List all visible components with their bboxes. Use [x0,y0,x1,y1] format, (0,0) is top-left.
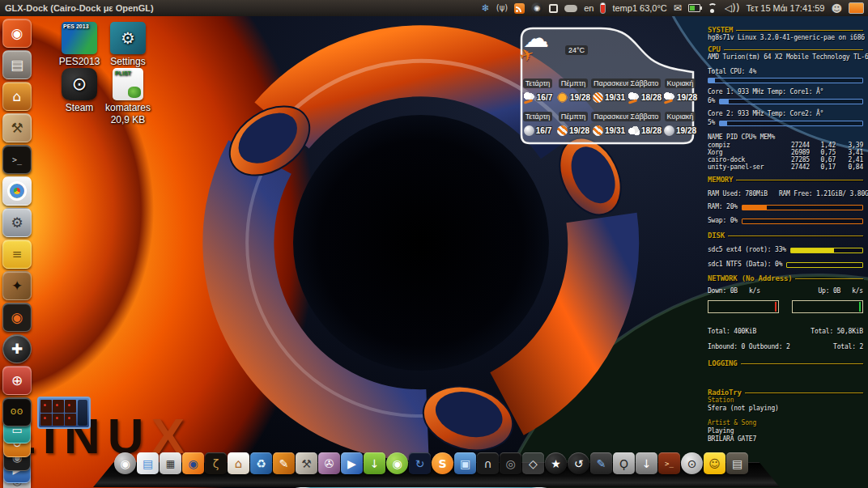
tools-icon[interactable]: ⚒ [2,113,32,142]
chrome-browser-icon[interactable] [2,176,32,206]
desktop-icon-settings[interactable]: ⚙ Settings [103,22,153,67]
top-panel: GLX-Dock (Cairo-Dock με OpenGL) ❄ (ψ) ◉ … [0,0,868,16]
skype-icon[interactable]: S [432,452,453,474]
headphones-icon[interactable]: ∩ [477,452,499,474]
desktop-icon-komatares[interactable]: PLIST komatares 20,9 KB [103,68,153,125]
home-folder-icon[interactable]: ⌂ [228,452,249,474]
rss-icon[interactable] [514,3,525,14]
image-editor-icon[interactable]: ✎ [590,452,612,474]
session-swirl-icon[interactable]: ↺ [568,452,589,474]
volume-icon[interactable]: ◁)) [725,3,740,13]
workspace-switcher-icon[interactable] [549,4,558,13]
forecast-cell: Τετάρτη 16/7 [520,74,555,103]
software-store-icon[interactable]: ⌂ [2,82,32,111]
ram-summary: RAM Used: 780MiBRAM Free: 1.21GiB/ 3.80G… [708,190,863,198]
forecast-day-row: Τετάρτη 16/7 Πέμπτη 19/28 Παρασκευή 19/3… [520,74,698,103]
desktop-icon-label: PES2013 [54,56,104,67]
window-title: GLX-Dock (Cairo-Dock με OpenGL) [5,3,154,13]
plist-file-icon: PLIST [113,68,143,100]
files-folder-icon[interactable]: ▤ [2,50,32,79]
cairo-menu-icon[interactable]: ◉ [114,452,136,474]
disk-header: DISK [708,231,863,240]
forecast-night-row: Τετάρτη 16/7 Πέμπτη 19/28 Παρασκευή 19/3… [520,108,698,136]
desktop-icon-steam[interactable]: ⊙ Steam [54,68,104,113]
toolbox-icon[interactable]: ⚒ [296,452,317,474]
system-tray: ❄ (ψ) ◉ en temp1 63,0°C ✉ ◁)) Τετ 15 Μάι… [482,2,868,14]
forecast-cell: Πέμπτη 19/28 [555,108,591,136]
logging-header: LOGGING [708,359,863,367]
terminal-icon[interactable]: >_ [2,145,32,174]
network-switch-thumbnail[interactable] [37,397,91,429]
battery-icon[interactable] [688,4,700,12]
system-info: hg8s71v Linux 3.2.0-41-generic-pae on i6… [708,34,863,42]
calculator-icon[interactable]: ▦ [160,452,181,474]
keyboard-layout-label[interactable]: en [584,3,594,13]
paint-bucket-icon[interactable]: ✎ [273,452,295,474]
process-row: compiz27244 1,423,39 [708,142,863,149]
media-player-icon[interactable]: ▶ [341,452,363,474]
network-signal-icon[interactable]: (ψ) [496,4,508,12]
keyboard-icon[interactable] [564,5,577,12]
core2-bar-row: 5% [708,119,863,127]
desktop-icon-pes2013[interactable]: PES 2013 PES2013 [54,22,104,67]
current-temp-badge: 24°C [565,45,588,55]
downloads-icon[interactable]: ↓ [364,452,385,474]
photos-icon[interactable]: ▤ [137,452,159,474]
system-settings-icon[interactable]: ⚙ [2,208,32,237]
cpu-header: CPU [708,45,863,53]
camera-media-icon[interactable]: ◉ [182,452,204,474]
conky-monitor: SYSTEM hg8s71v Linux 3.2.0-41-generic-pa… [708,24,863,443]
network-totals: Total: 400KiBTotal: 50,8KiB [708,328,863,336]
bart-character-icon[interactable]: ☺ [704,452,725,474]
user-session-icon[interactable]: ☻ [831,3,842,14]
ubuntu-launcher-icon[interactable]: ◉ [2,19,32,48]
cat-video-app-icon[interactable]: ʘʘ [2,397,32,426]
core1-label: Core 1: 933 MHz Temp: Core1: Â° [708,88,863,96]
core2-label: Core 2: 933 MHz Temp: Core2: Â° [708,110,863,118]
weather-applet-icon[interactable]: ❄ [482,3,490,13]
audio-speaker-icon[interactable]: ◎ [500,452,521,474]
snake-app-icon[interactable]: ζ [205,452,227,474]
sync-icon[interactable]: ↻ [409,452,431,474]
tv-player-icon[interactable]: ▣ [454,452,476,474]
bird-photo-app-icon[interactable]: ✦ [2,271,32,300]
ubuntu-media-center-icon[interactable]: ◉ [2,303,32,332]
thermometer-icon[interactable] [600,2,606,14]
bottom-dock: ◉ ▤ ▦ ◉ ζ ⌂ ♻ ✎ ⚒ ✇ ▶ ↓ ◉ ↻ S ▣ ∩ ◎ ◇ ★ … [114,452,748,474]
radio-header: RadioTry [708,388,863,397]
search-icon[interactable]: Ϙ [613,452,635,474]
system-header: SYSTEM [708,26,863,34]
power-button-icon[interactable]: ⊙ [681,452,703,474]
clock[interactable]: Τετ 15 Μάι 17:41:59 [746,3,824,13]
download-manager-icon[interactable]: ↓ [636,452,657,474]
forecast-cell: Σάββατο 18/28 [627,108,662,136]
recycle-box-icon[interactable]: ♻ [250,452,272,474]
cpu-model: AMD Turion(tm) 64 X2 Mobile Technology T… [708,53,863,62]
network-speed-row: Down: 0Bk/s Up: 0Bk/s [708,287,863,295]
favorites-star-icon[interactable]: ★ [545,452,567,474]
desktop-icon-label: komatares [103,102,153,113]
desktop-icon-label: Settings [103,56,153,67]
terminal-box-icon[interactable]: >_ [658,452,680,474]
cairo-dock-indicator-icon[interactable]: ◉ [531,2,542,14]
display-session-icon[interactable] [849,2,864,14]
process-table-header: NAME PID CPU% MEM% [708,134,863,142]
compiz-cube-icon[interactable]: ◇ [522,452,544,474]
artist-line2: BRILARA GATE7 [708,435,863,443]
plus-circle-app-icon[interactable]: ✚ [2,334,32,363]
ubuntu-software-icon[interactable]: ◉ [386,452,408,474]
network-graphs [708,300,863,313]
messages-icon[interactable]: ≡ [2,240,32,269]
mail-icon[interactable]: ✉ [674,3,682,13]
forecast-cell: Πέμπτη 19/28 [555,74,591,103]
station-value: Sfera (not playing) [708,405,863,413]
temperature-label[interactable]: temp1 63,0°C [612,3,666,13]
switch-app-icon[interactable]: ⊕ [2,366,32,395]
wifi-icon[interactable] [707,4,718,13]
screen-recorder-icon[interactable]: ✇ [318,452,340,474]
moon-icon [524,125,534,136]
process-row: Xorg26989 0,753,41 [708,149,863,156]
network-header: NETWORK (No Address) [708,274,863,282]
pictures-folder-icon[interactable]: ▤ [726,452,748,474]
station-label: Station [708,397,863,405]
